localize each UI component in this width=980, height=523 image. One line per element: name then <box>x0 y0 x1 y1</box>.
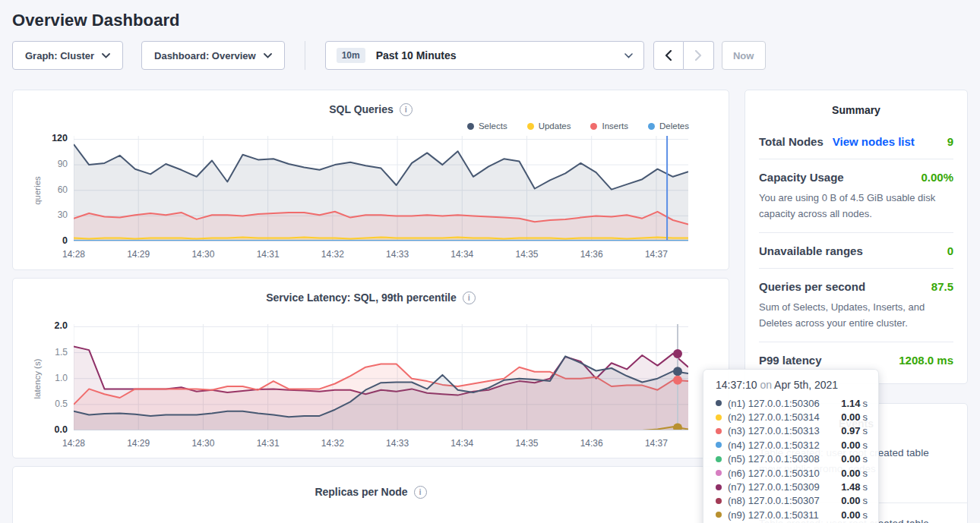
tooltip-connector: on <box>760 379 772 391</box>
plot-area[interactable] <box>74 136 688 244</box>
tooltip-node-row: (n4) 127.0.0.1:503120.00s <box>716 438 868 452</box>
chart-header: SQL Queries i <box>13 101 729 118</box>
x-tick-label: 14:37 <box>640 438 673 449</box>
series-color-dot <box>716 428 722 434</box>
replicas-per-node-card: Replicas per Node i <box>12 466 729 523</box>
legend-dot <box>590 123 597 130</box>
x-tick-label: 14:36 <box>575 249 609 260</box>
time-step-buttons <box>653 41 714 70</box>
now-button-disabled[interactable]: Now <box>722 41 766 70</box>
info-icon[interactable]: i <box>463 291 476 304</box>
x-tick-label: 14:28 <box>57 249 90 260</box>
y-axis: latency (s) 0.00.51.01.52.0 <box>13 324 74 433</box>
total-nodes-value: 9 <box>947 135 953 148</box>
x-tick-label: 14:33 <box>381 438 414 449</box>
dashboard-selector-dropdown[interactable]: Dashboard: Overview <box>141 41 285 70</box>
tooltip-timestamp: 14:37:10 on Apr 5th, 2021 <box>716 379 868 391</box>
summary-unavailable-ranges: Unavailable ranges 0 <box>759 232 953 268</box>
p99-latency-value: 1208.0 ms <box>899 354 953 367</box>
legend-item-updates[interactable]: Updates <box>527 121 571 131</box>
time-range-dropdown[interactable]: 10m Past 10 Minutes <box>325 41 644 70</box>
y-axis: queries 0306090120 <box>13 136 74 244</box>
tooltip-node-address: (n2) 127.0.0.1:50314 <box>728 411 820 423</box>
tooltip-node-address: (n3) 127.0.0.1:50313 <box>728 425 820 436</box>
tooltip-node-address: (n4) 127.0.0.1:50312 <box>728 440 820 451</box>
y-tick-label: 30 <box>58 210 68 220</box>
x-tick-label: 14:35 <box>511 438 544 449</box>
chevron-down-icon <box>102 53 110 58</box>
y-tick-label: 2.0 <box>55 320 68 331</box>
info-icon[interactable]: i <box>414 486 427 499</box>
x-tick-label: 14:32 <box>316 438 349 449</box>
tooltip-node-address: (n7) 127.0.0.1:50309 <box>728 481 820 493</box>
chevron-down-icon <box>264 53 272 58</box>
tooltip-node-value: 1.48s <box>841 481 868 493</box>
tooltip-node-value: 1.14s <box>841 398 868 409</box>
sql-queries-card: SQL Queries i SelectsUpdatesInsertsDelet… <box>12 90 729 270</box>
capacity-usage-value: 0.00% <box>921 171 953 184</box>
legend-item-selects[interactable]: Selects <box>467 121 507 131</box>
crosshair-dot <box>673 367 682 376</box>
legend-item-deletes[interactable]: Deletes <box>648 121 689 131</box>
total-nodes-label: Total Nodes <box>759 135 824 148</box>
tooltip-node-value: 0.00s <box>841 495 868 506</box>
tooltip-node-row: (n3) 127.0.0.1:503130.97s <box>716 424 868 438</box>
chart-title: SQL Queries <box>329 103 394 115</box>
tooltip-node-address: (n5) 127.0.0.1:50308 <box>728 453 820 465</box>
summary-panel: Summary Total Nodes View nodes list 9 Ca… <box>744 90 968 384</box>
y-tick-label: 0.0 <box>55 424 68 435</box>
previous-time-button[interactable] <box>653 41 684 70</box>
tooltip-node-value: 0.00s <box>841 468 868 479</box>
next-time-button-disabled[interactable] <box>684 41 714 70</box>
time-range-label: Past 10 Minutes <box>376 49 457 61</box>
chevron-left-icon <box>665 50 672 61</box>
p99-latency-label: P99 latency <box>759 354 822 367</box>
x-tick-label: 14:29 <box>122 438 155 449</box>
tooltip-node-row: (n7) 127.0.0.1:503091.48s <box>716 480 868 493</box>
series-color-dot <box>716 456 722 462</box>
y-tick-label: 0.5 <box>55 399 68 409</box>
info-icon[interactable]: i <box>400 103 413 116</box>
time-range-badge: 10m <box>337 48 365 63</box>
series-color-dot <box>716 512 722 518</box>
legend-dot <box>648 123 655 130</box>
y-tick-label: 120 <box>52 133 68 143</box>
x-tick-label: 14:33 <box>381 249 414 260</box>
chevron-down-icon <box>624 53 633 58</box>
series-color-dot <box>716 442 722 448</box>
service-latency-plot <box>74 324 688 430</box>
chart-legend: SelectsUpdatesInsertsDeletes <box>13 119 689 133</box>
unavailable-ranges-value: 0 <box>947 244 953 257</box>
chevron-right-icon <box>695 50 702 61</box>
summary-p99-latency: P99 latency 1208.0 ms <box>759 342 953 371</box>
tooltip-node-address: (n9) 127.0.0.1:50311 <box>728 509 819 521</box>
graph-selector-dropdown[interactable]: Graph: Cluster <box>12 41 123 70</box>
x-tick-label: 14:29 <box>122 249 155 260</box>
summary-capacity-usage: Capacity Usage 0.00% You are using 0 B o… <box>759 159 953 232</box>
view-nodes-list-link[interactable]: View nodes list <box>833 135 915 148</box>
y-tick-label: 90 <box>58 159 68 169</box>
sql-queries-chart: queries 0306090120 14:2814:2914:3014:311… <box>13 136 729 266</box>
y-axis-label: latency (s) <box>33 356 42 402</box>
chart-header: Replicas per Node i <box>13 484 729 500</box>
legend-item-inserts[interactable]: Inserts <box>590 121 628 131</box>
service-latency-card: Service Latency: SQL, 99th percentile i … <box>12 278 729 458</box>
tooltip-node-value: 0.00s <box>841 509 868 521</box>
y-tick-label: 1.0 <box>55 373 68 383</box>
page-title: Overview Dashboard <box>12 11 980 30</box>
charts-column: SQL Queries i SelectsUpdatesInsertsDelet… <box>12 90 729 523</box>
tooltip-node-address: (n6) 127.0.0.1:50310 <box>728 468 820 479</box>
crosshair-dot <box>673 376 682 385</box>
series-color-dot <box>716 400 722 406</box>
y-tick-label: 0 <box>62 235 68 246</box>
summary-queries-per-second: Queries per second 87.5 Sum of Selects, … <box>759 268 953 342</box>
service-latency-chart: latency (s) 0.00.51.01.52.0 14:2814:2914… <box>13 324 729 455</box>
plot-area[interactable] <box>74 324 688 433</box>
qps-label: Queries per second <box>759 280 865 293</box>
x-tick-label: 14:37 <box>640 249 673 260</box>
tooltip-node-row: (n8) 127.0.0.1:503070.00s <box>716 494 868 508</box>
tooltip-node-row: (n5) 127.0.0.1:503080.00s <box>716 452 868 466</box>
y-tick-label: 1.5 <box>55 347 68 358</box>
y-tick-label: 60 <box>58 184 68 195</box>
sql-queries-plot <box>74 136 688 241</box>
